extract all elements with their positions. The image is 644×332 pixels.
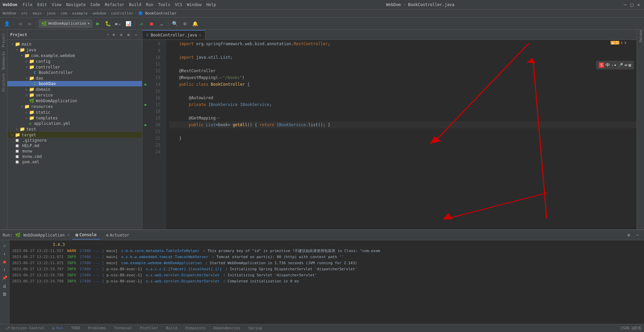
tree-item-dao[interactable]: ▾ 📁 dao <box>7 75 142 81</box>
tree-item-java[interactable]: ▾ 📁 java <box>7 47 142 53</box>
tree-item-target[interactable]: ▷ 📁 target <box>7 132 142 138</box>
rerun-console-button[interactable]: ↺ <box>1 242 8 249</box>
status-build[interactable]: Build <box>163 325 180 331</box>
tree-item-main[interactable]: ▾ 📁 main <box>7 41 142 47</box>
print-button[interactable]: 🖨 <box>1 282 8 289</box>
gutter-line-14[interactable]: ▶ <box>142 81 149 88</box>
menu-view[interactable]: View <box>50 2 63 8</box>
tree-item-test[interactable]: ▷ 📁 test <box>7 126 142 132</box>
stop-button[interactable]: ■ <box>147 19 156 28</box>
tree-item-mvnw[interactable]: 🔲 mvnw <box>7 148 142 154</box>
database-icon[interactable]: Database <box>638 31 644 37</box>
console-content[interactable]: 3.4.3 2023-06-27 13:22:11.557 WARN 17480… <box>9 240 644 324</box>
toolbar-search-everywhere[interactable]: 👤 <box>2 19 11 28</box>
tab-bookcontroller[interactable]: C BookController.java ✕ <box>142 30 205 39</box>
notifications-button[interactable]: 🔔 <box>190 19 200 28</box>
scroll-down-button[interactable]: ↓ <box>1 250 8 257</box>
project-tab[interactable]: Project <box>1 31 6 49</box>
expand-all-button[interactable]: ≡ <box>118 31 124 38</box>
ime-grid[interactable]: ⊞ <box>628 63 631 68</box>
breadcrumb-com[interactable]: com <box>60 11 67 16</box>
tree-item-resources[interactable]: ▾ 📁 resources <box>7 104 142 109</box>
run-gutter-icon-20[interactable]: ▶ <box>144 122 147 127</box>
profile-button[interactable]: 📊 <box>123 19 133 28</box>
status-dependencies[interactable]: Dependencies <box>211 325 243 331</box>
debug-button[interactable]: 🐛 <box>103 19 113 28</box>
hide-panel-button[interactable]: − <box>133 31 139 38</box>
warning-nav-up[interactable]: ∧ <box>621 40 623 45</box>
menu-vcs[interactable]: VCS <box>173 2 185 8</box>
tree-item-appyml[interactable]: ⚙ application.yml <box>7 121 142 126</box>
settings-button-bottom[interactable]: ⚙ <box>625 231 633 239</box>
tree-item-templates[interactable]: ▷ 📁 templates <box>7 115 142 121</box>
tree-item-static[interactable]: ▷ 📁 static <box>7 109 142 115</box>
breadcrumb-example[interactable]: example <box>72 11 88 16</box>
stop-console-button[interactable]: ■ <box>1 258 8 265</box>
settings-button[interactable]: ⚙ <box>180 19 190 28</box>
gutter-line-20[interactable]: ▶ <box>142 121 149 128</box>
menu-refactor[interactable]: Refactor <box>103 2 127 8</box>
run-button[interactable]: ▶ <box>93 19 103 28</box>
run-gutter-icon-14[interactable]: ▶ <box>144 82 147 87</box>
warning-nav-down[interactable]: ∨ <box>624 40 626 45</box>
gutter-line-17[interactable]: ▶ <box>142 101 149 108</box>
menu-file[interactable]: File <box>21 2 34 8</box>
pin-tab-button[interactable]: 📌 <box>1 274 8 281</box>
breadcrumb-webdom[interactable]: WebDom <box>3 11 16 16</box>
tree-item-bookcontroller[interactable]: C BookController <box>7 70 142 75</box>
menu-edit[interactable]: Edit <box>35 2 49 8</box>
run-close-icon[interactable]: ✕ <box>67 233 70 237</box>
run-configuration[interactable]: 🌿 WebDomApplication ▾ <box>38 19 92 28</box>
toolbar-back[interactable]: ◁ <box>15 19 25 28</box>
ime-chinese[interactable]: 中 <box>606 62 610 68</box>
tab-actuator[interactable]: ⚙ Actuator <box>103 231 133 240</box>
status-problems[interactable]: Problems <box>85 325 109 331</box>
menu-window[interactable]: Window <box>185 2 203 8</box>
menu-help[interactable]: Help <box>204 2 218 8</box>
close-button[interactable]: ✕ <box>636 2 641 7</box>
menu-tools[interactable]: Tools <box>156 2 172 8</box>
status-spring[interactable]: Spring <box>246 325 265 331</box>
tree-item-config[interactable]: ▷ 📁 config <box>7 58 142 64</box>
tree-item-helpmd[interactable]: 🔲 HELP.md <box>7 143 142 148</box>
tree-item-domain[interactable]: ▷ 📁 domain <box>7 86 142 92</box>
breadcrumb-webdom2[interactable]: webdom <box>93 11 106 16</box>
search-button[interactable]: 🔍 <box>170 19 179 28</box>
menu-build[interactable]: Build <box>127 2 143 8</box>
tree-item-com-example-webdom[interactable]: ▾ 📁 com.example.webdom <box>7 53 142 58</box>
structure-tab[interactable]: Structure <box>1 72 6 94</box>
bookmarks-tab[interactable]: Bookmarks <box>1 49 6 72</box>
tree-item-mvnwcmd[interactable]: 🔲 mvnw.cmd <box>7 154 142 159</box>
breadcrumb-controller[interactable]: controller <box>111 11 133 16</box>
tab-console[interactable]: ▤ Console <box>72 231 100 240</box>
tree-item-controller[interactable]: ▾ 📁 controller <box>7 64 142 70</box>
ime-dots[interactable]: ·• <box>611 63 617 68</box>
breadcrumb-src[interactable]: src <box>21 11 28 16</box>
status-version-control[interactable]: ⎇ Version Control <box>3 325 47 331</box>
breadcrumb-bookcontroller[interactable]: 🔵 BookController <box>138 11 176 16</box>
menu-run[interactable]: Run <box>144 2 156 8</box>
panel-dropdown[interactable]: ▾ <box>107 32 109 37</box>
status-terminal[interactable]: Terminal <box>111 325 135 331</box>
gear-icon[interactable]: ⚙ <box>125 31 132 38</box>
ime-keyboard[interactable]: ⌨ <box>624 63 627 68</box>
menu-code[interactable]: Code <box>88 2 102 8</box>
maximize-button[interactable]: □ <box>629 2 635 7</box>
toolbar-forward[interactable]: ▷ <box>25 19 35 28</box>
rerun-button[interactable]: ↺ <box>137 19 146 28</box>
tree-item-webdomapp[interactable]: 🌿 WebDomApplication <box>7 98 142 104</box>
breadcrumb-java[interactable]: java <box>47 11 56 16</box>
menu-navigate[interactable]: Navigate <box>64 2 88 8</box>
scroll-up-button[interactable]: ↑ <box>1 266 8 273</box>
status-run[interactable]: ▶ Run <box>50 325 66 331</box>
run-gutter-icon-17[interactable]: ▶ <box>144 102 147 107</box>
coverage-button[interactable]: ▶ₓ <box>113 19 123 28</box>
tree-item-pomxml[interactable]: 🔲 pom.xml <box>7 159 142 165</box>
status-profiler[interactable]: Profiler <box>137 325 161 331</box>
hide-bottom-button[interactable]: − <box>634 231 641 239</box>
toolbar-more[interactable]: … <box>157 19 166 28</box>
ime-mic[interactable]: 🎤 <box>618 63 623 68</box>
clear-console-button[interactable]: 🗑 <box>1 290 8 298</box>
collapse-all-button[interactable]: ⊕ <box>110 31 117 38</box>
status-endpoints[interactable]: Endpoints <box>183 325 208 331</box>
